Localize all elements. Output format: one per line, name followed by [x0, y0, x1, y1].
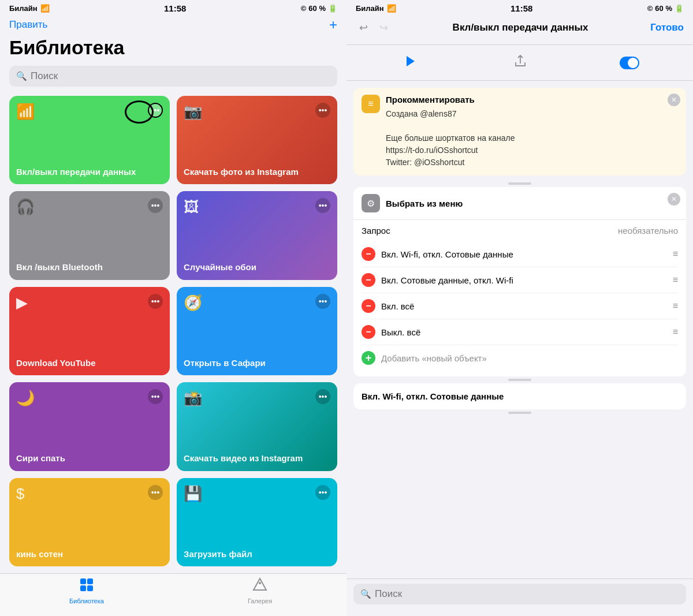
shortcut-card-instagram-video[interactable]: 📸 ••• Скачать видео из Instagram — [177, 382, 337, 471]
left-panel: Билайн 📶 11:58 © 60 % 🔋 Править + Библио… — [0, 0, 346, 616]
shortcut-card-upload-file[interactable]: 💾 ••• Загрузить файл — [177, 478, 337, 566]
svg-rect-1 — [87, 578, 93, 584]
shortcut-card-siri-sleep[interactable]: 🌙 ••• Сири спать — [9, 382, 170, 471]
bluetooth-label: Вкл /выкл Bluetooth — [16, 256, 163, 273]
tab-gallery[interactable]: Галерея — [173, 577, 346, 604]
shortcut-card-bluetooth[interactable]: 🎧 ••• Вкл /выкл Bluetooth — [9, 191, 170, 279]
toggle-switch[interactable] — [620, 57, 639, 69]
menu-block: ⚙ Выбрать из меню ✕ Запрос необязательно… — [353, 187, 686, 376]
edit-button[interactable]: Править — [9, 19, 47, 31]
youtube-icon: ▶ — [16, 294, 28, 312]
comment-icon-wrap: ≡ — [362, 95, 380, 113]
more-button-wallpaper[interactable]: ••• — [315, 198, 330, 213]
wallpaper-label: Случайные обои — [184, 256, 330, 273]
wifi-icon-left: 📶 — [40, 4, 50, 13]
svg-rect-0 — [80, 578, 86, 584]
top-nav-left: Править + — [0, 16, 346, 36]
search-icon: 🔍 — [16, 71, 27, 81]
siri-sleep-label: Сири спать — [16, 447, 163, 464]
comment-close-button[interactable]: ✕ — [668, 94, 680, 106]
menu-item-text-3: Выкл. всё — [381, 327, 667, 337]
share-button[interactable] — [511, 51, 530, 74]
add-item-button[interactable]: + — [362, 351, 375, 365]
play-button[interactable] — [400, 51, 421, 74]
bottom-search-bar[interactable]: 🔍 — [353, 584, 686, 604]
svg-rect-3 — [87, 585, 93, 591]
query-row: Запрос необязательно — [362, 226, 678, 236]
shortcut-card-money[interactable]: $ ••• кинь сотен — [9, 478, 170, 566]
battery-pct-right: 60 % — [655, 4, 672, 13]
right-toolbar — [346, 45, 693, 81]
menu-item-text-2: Вкл. всё — [381, 301, 667, 311]
query-label: Запрос — [362, 226, 390, 236]
left-status: Билайн 📶 — [9, 4, 50, 13]
wifi-icon-right: 📶 — [387, 4, 396, 13]
drag-handle-2[interactable]: ≡ — [673, 301, 678, 311]
result-text: Вкл. Wi-fi, откл. Сотовые данные — [362, 391, 678, 401]
shortcut-card-instagram-photo[interactable]: 📷 ••• Скачать фото из Instagram — [177, 96, 337, 184]
more-button-bluetooth[interactable]: ••• — [148, 198, 163, 213]
instagram-video-icon: 📸 — [184, 389, 202, 407]
result-block: Вкл. Wi-fi, откл. Сотовые данные — [353, 383, 686, 409]
menu-close-button[interactable]: ✕ — [668, 193, 680, 206]
safari-icon: 🧭 — [184, 294, 202, 312]
comment-content: Прокомментировать Создана @alens87Еще бо… — [386, 95, 515, 169]
shortcut-card-safari[interactable]: 🧭 ••• Открыть в Сафари — [177, 287, 337, 375]
siri-sleep-icon: 🌙 — [16, 389, 35, 407]
search-input[interactable] — [31, 70, 330, 82]
remove-item-0[interactable]: − — [362, 247, 375, 261]
undo-button[interactable]: ↩ — [356, 18, 371, 38]
battery-pct-left: 60 % — [308, 4, 326, 13]
more-button-upload-file[interactable]: ••• — [315, 485, 330, 500]
instagram-photo-icon: 📷 — [184, 103, 202, 121]
more-button-safari[interactable]: ••• — [315, 294, 330, 309]
upload-file-icon: 💾 — [184, 485, 202, 503]
search-bar[interactable]: 🔍 — [9, 66, 337, 87]
wifi-toggle-icon: 📶 — [16, 103, 35, 121]
comment-title: Прокомментировать — [386, 95, 515, 104]
drag-handle-1[interactable]: ≡ — [673, 275, 678, 285]
upload-file-label: Загрузить файл — [184, 543, 330, 560]
remove-item-1[interactable]: − — [362, 273, 375, 287]
svg-point-5 — [259, 582, 261, 584]
query-optional: необязательно — [618, 226, 678, 236]
time-right: 11:58 — [511, 3, 532, 13]
done-button[interactable]: Готово — [650, 22, 684, 33]
drag-handle-3[interactable]: ≡ — [673, 327, 678, 337]
redo-button[interactable]: ↪ — [376, 18, 392, 38]
shortcut-card-wifi-toggle[interactable]: 📶 ••• Вкл/выкл передачи данных — [9, 96, 170, 184]
tab-library[interactable]: Библиотека — [0, 577, 173, 604]
menu-item-row: − Вкл. всё ≡ — [362, 293, 678, 319]
svg-marker-6 — [407, 56, 415, 66]
more-button-instagram-video[interactable]: ••• — [315, 389, 330, 404]
battery-icon-left: 🔋 — [328, 4, 337, 13]
right-left-status: Билайн 📶 — [356, 4, 396, 13]
more-button-money[interactable]: ••• — [148, 485, 163, 500]
shortcut-card-wallpaper[interactable]: 🖼 ••• Случайные обои — [177, 191, 337, 279]
instagram-video-label: Скачать видео из Instagram — [184, 447, 330, 464]
instagram-photo-label: Скачать фото из Instagram — [184, 160, 330, 178]
remove-item-3[interactable]: − — [362, 325, 375, 339]
add-item-row: + Добавить «новый объект» — [362, 345, 678, 371]
more-button-siri-sleep[interactable]: ••• — [148, 389, 163, 404]
menu-item-row: − Вкл. Wi-fi, откл. Сотовые данные ≡ — [362, 241, 678, 267]
bottom-search-input[interactable] — [375, 588, 679, 600]
drag-handle-0[interactable]: ≡ — [673, 249, 678, 259]
battery-icon-right: 🔋 — [675, 4, 684, 13]
right-panel: Билайн 📶 11:58 © 60 % 🔋 ↩ ↪ Вкл/выкл пер… — [346, 0, 693, 616]
remove-item-2[interactable]: − — [362, 299, 375, 313]
tab-bar: Библиотека Галерея — [0, 573, 346, 616]
more-button-youtube[interactable]: ••• — [148, 294, 163, 309]
bluetooth-icon: 🎧 — [16, 198, 35, 216]
right-right-status: © 60 % 🔋 — [647, 4, 684, 13]
more-button-wifi-toggle[interactable]: ••• — [148, 103, 163, 118]
gallery-tab-label: Галерея — [248, 598, 272, 604]
menu-item-text-0: Вкл. Wi-fi, откл. Сотовые данные — [381, 249, 667, 259]
shortcut-card-youtube[interactable]: ▶ ••• Download YouTube — [9, 287, 170, 375]
add-shortcut-button[interactable]: + — [329, 18, 337, 32]
comment-block: ≡ Прокомментировать Создана @alens87Еще … — [353, 88, 686, 176]
divider-3 — [508, 412, 531, 414]
bottom-search-icon: 🔍 — [360, 589, 371, 599]
gear-icon: ⚙ — [367, 198, 375, 209]
more-button-instagram-photo[interactable]: ••• — [315, 103, 330, 118]
